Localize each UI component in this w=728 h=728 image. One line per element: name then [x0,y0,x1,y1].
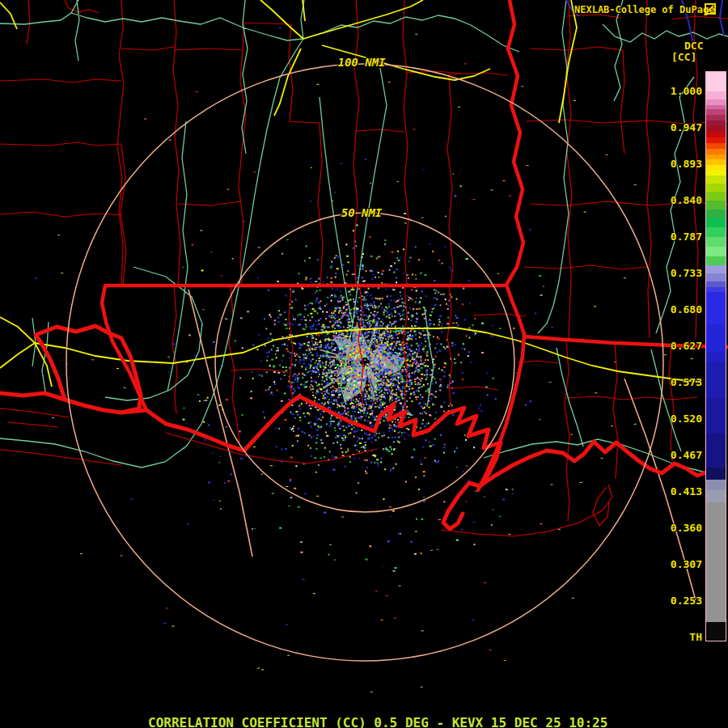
radar-echo [392,308,393,310]
radar-echo [386,384,387,386]
radar-echo [400,390,401,392]
radar-echo [396,300,399,302]
radar-echo [392,252,394,253]
radar-echo [383,324,384,325]
radar-echo [345,437,346,438]
radar-echo [334,335,336,336]
radar-echo [381,282,383,284]
radar-echo [419,383,421,385]
radar-echo [274,383,276,385]
radar-echo [364,420,366,421]
radar-echo [358,382,359,383]
radar-echo [91,359,94,360]
radar-echo [337,325,340,327]
radar-echo [389,321,391,323]
radar-echo [415,338,417,340]
radar-echo [435,290,437,291]
radar-echo [354,370,356,371]
radar-echo [315,367,317,369]
radar-echo [433,395,434,396]
radar-echo [305,375,307,376]
radar-echo [351,352,353,353]
radar-echo [392,394,393,396]
radar-echo [336,320,337,322]
radar-echo [331,402,332,404]
radar-echo [349,354,351,356]
radar-echo [375,351,377,353]
radar-echo [203,309,205,310]
radar-echo [292,315,294,317]
radar-echo [381,341,383,343]
radar-echo [434,366,436,368]
radar-echo [301,319,303,320]
radar-echo [366,370,367,371]
radar-echo [400,403,402,404]
radar-echo [349,397,350,399]
radar-echo [415,34,417,35]
radar-echo [392,400,393,401]
radar-echo [360,364,362,366]
radar-echo [415,531,417,532]
radar-echo [412,400,413,402]
radar-echo [315,366,316,367]
radar-echo [400,344,402,345]
radar-echo [434,364,436,366]
radar-echo [426,377,428,379]
radar-echo [361,416,363,417]
radar-echo [341,396,342,398]
radar-echo [413,129,416,129]
radar-echo [286,328,288,329]
radar-echo [351,345,353,347]
radar-echo [390,390,392,392]
radar-echo [412,299,413,301]
radar-echo [250,397,252,399]
radar-echo [367,379,369,380]
radar-echo [415,246,417,248]
radar-echo [348,387,349,389]
radar-echo [397,337,399,339]
radar-echo [342,341,344,343]
radar-echo [205,400,207,401]
radar-echo [372,314,374,315]
radar-echo [513,328,514,329]
radar-echo [324,347,325,349]
radar-echo [336,401,337,403]
radar-echo [529,400,531,402]
radar-echo [350,347,352,349]
radar-echo [366,372,367,374]
radar-echo [333,336,335,338]
radar-echo [207,397,209,399]
radar-echo [282,366,284,368]
radar-echo [440,304,442,306]
radar-echo [402,369,404,370]
radar-echo [372,335,374,336]
radar-echo [232,258,234,260]
radar-echo [426,370,428,371]
radar-echo [305,308,307,310]
radar-echo [354,345,356,346]
radar-echo [353,388,354,390]
radar-echo [211,252,213,252]
radar-echo [415,396,417,398]
radar-echo [321,392,323,394]
radar-echo [335,437,336,438]
radar-echo [458,107,460,108]
radar-echo [421,630,424,631]
radar-echo [416,298,417,299]
radar-echo [316,298,318,299]
scale-segment [706,362,726,398]
radar-echo [326,423,328,425]
radar-echo [387,379,389,381]
radar-echo [452,381,454,383]
radar-echo [394,437,396,438]
radar-echo [226,399,228,400]
radar-echo [408,434,410,436]
radar-echo [339,319,341,320]
radar-echo [358,387,360,388]
radar-echo [365,291,366,293]
radar-echo [350,415,352,417]
radar-echo [391,396,392,398]
radar-echo [416,390,417,392]
radar-echo [357,437,358,438]
radar-echo [317,434,319,436]
